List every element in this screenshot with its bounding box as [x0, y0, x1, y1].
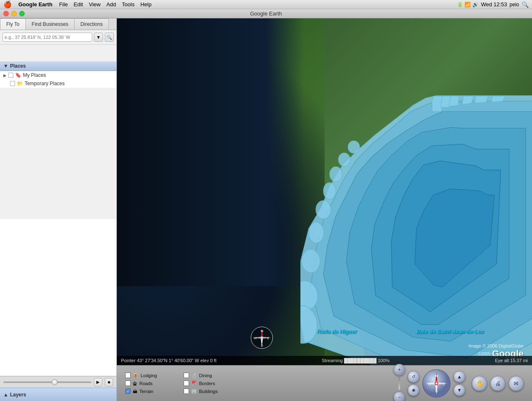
borders-label: Borders: [199, 381, 215, 386]
search-row: ▼ 🔍: [3, 33, 114, 42]
print-button[interactable]: 🖨: [490, 376, 505, 391]
svg-point-16: [309, 222, 324, 243]
dining-icon: 🍴: [191, 373, 197, 378]
main-container: Fly To Find Businesses Directions ▼ 🔍 ▼ …: [0, 18, 532, 401]
window-controls: [3, 11, 25, 16]
menu-help[interactable]: Help: [140, 1, 151, 8]
titlebar: Google Earth: [0, 9, 532, 18]
places-header[interactable]: ▼ Places: [0, 61, 116, 71]
map-compass: N S E W: [250, 326, 273, 351]
tab-fly-to[interactable]: Fly To: [0, 18, 26, 30]
pointer-coords: Pointer 43° 27'34.50"N 1° 40'60.00" W el…: [121, 358, 217, 363]
zoom-in-button[interactable]: +: [393, 364, 405, 376]
buildings-checkbox[interactable]: [184, 388, 189, 394]
places-section: ▼ Places ▶ 🔖 My Places 📁 Temporary Place…: [0, 61, 116, 219]
my-places-label: My Places: [23, 72, 46, 78]
tab-find-businesses[interactable]: Find Businesses: [25, 18, 75, 30]
my-places-checkbox[interactable]: [8, 73, 13, 78]
apple-logo[interactable]: 🍎: [3, 0, 12, 8]
layer-checkboxes: 🏨 Lodging 🍴 Dining 🛣 Roads: [125, 373, 234, 394]
temp-places-label: Temporary Places: [25, 81, 65, 86]
layer-dining: 🍴 Dining: [184, 373, 234, 378]
buildings-icon: 🏢: [191, 388, 197, 394]
svg-point-20: [338, 153, 350, 166]
svg-text:E: E: [267, 336, 269, 340]
window-title: Google Earth: [250, 10, 282, 17]
eye-altitude: Eye alt 15.37 mi: [495, 358, 528, 363]
far-right-controls: 🖐 🖨 ✉: [472, 376, 524, 391]
tilt-down-button[interactable]: ▼: [454, 384, 465, 396]
temp-places-checkbox[interactable]: [10, 81, 15, 86]
svg-text:W: W: [428, 382, 431, 386]
folder-icon: 📁: [17, 81, 23, 86]
terrain-icon: 🏔: [133, 389, 137, 394]
bookmark-icon: 🔖: [15, 72, 21, 78]
email-button[interactable]: ✉: [509, 376, 524, 391]
minimize-button[interactable]: [11, 11, 17, 16]
layer-borders: 🚩 Borders: [184, 381, 234, 386]
map-area[interactable]: Rada de Higuer Baie de Saint-Jean-de-Luz…: [117, 18, 532, 401]
lodging-icon: 🏨: [133, 373, 139, 378]
lodging-label: Lodging: [141, 373, 157, 378]
zoom-slider-track[interactable]: [398, 377, 400, 390]
tab-directions[interactable]: Directions: [74, 18, 109, 30]
search-input[interactable]: [3, 33, 92, 42]
menu-file[interactable]: File: [59, 1, 68, 8]
nav-right-controls: ▲ ▼: [454, 371, 465, 396]
pan-tool-button[interactable]: 🖐: [472, 376, 487, 391]
search-dropdown-button[interactable]: ▼: [94, 33, 103, 42]
buildings-label: Buildings: [199, 389, 218, 394]
app-name: Google Earth: [18, 1, 53, 8]
terrain-checkbox[interactable]: ✓: [125, 388, 131, 394]
clock: Wed 12:53: [481, 1, 507, 8]
roads-checkbox[interactable]: [125, 381, 131, 386]
layer-row-1: 🏨 Lodging 🍴 Dining: [125, 373, 234, 378]
tilt-up-button[interactable]: ▲: [454, 371, 465, 383]
sidebar-spacer: [0, 219, 116, 376]
dining-label: Dining: [199, 373, 212, 378]
svg-text:N: N: [261, 329, 263, 333]
lodging-checkbox[interactable]: [125, 373, 131, 378]
search-results-area: [0, 45, 116, 61]
places-expand-arrow: ▼: [3, 63, 8, 69]
expand-arrow: ▶: [3, 73, 7, 78]
layers-expand-arrow: ▲: [3, 392, 8, 398]
sidebar: Fly To Find Businesses Directions ▼ 🔍 ▼ …: [0, 18, 117, 401]
tilt-reset-button[interactable]: ↺: [408, 371, 419, 383]
tree-item-temp-places[interactable]: 📁 Temporary Places: [0, 79, 116, 88]
layer-row-2: 🛣 Roads 🚩 Borders: [125, 381, 234, 386]
menu-add[interactable]: Add: [106, 1, 116, 8]
svg-text:W: W: [254, 336, 257, 340]
menu-edit[interactable]: Edit: [74, 1, 83, 8]
layers-section[interactable]: ▲ Layers: [0, 388, 116, 401]
tree-item-my-places[interactable]: ▶ 🔖 My Places: [0, 71, 116, 79]
layer-roads: 🛣 Roads: [125, 381, 175, 386]
copyright-text: Image © 2006 DigitalGlobe: [469, 343, 524, 348]
spotlight-icon[interactable]: 🔍: [522, 1, 529, 8]
roads-icon: 🛣: [133, 381, 137, 386]
svg-text:N: N: [435, 374, 438, 378]
top-right-nav: 🖐 🖨 ✉: [472, 376, 524, 391]
dining-checkbox[interactable]: [184, 373, 189, 378]
opacity-slider[interactable]: [3, 381, 91, 383]
menu-items: File Edit View Add Tools Help: [59, 1, 152, 8]
right-icons: 🔋 📶 🔊 Wed 12:53 peio 🔍: [457, 1, 529, 8]
svg-marker-8: [432, 96, 442, 112]
search-go-button[interactable]: 🔍: [105, 33, 114, 42]
slider-thumb[interactable]: [52, 379, 58, 385]
svg-point-19: [330, 167, 342, 182]
compass-rose[interactable]: N S E W: [422, 369, 451, 398]
borders-checkbox[interactable]: [184, 381, 189, 386]
play-button[interactable]: ▶: [94, 378, 102, 386]
terrain-label: Terrain: [139, 389, 154, 394]
menu-view[interactable]: View: [89, 1, 101, 8]
zoom-controls: + −: [393, 364, 405, 401]
close-button[interactable]: [3, 11, 9, 16]
look-around-button[interactable]: ◉: [408, 384, 419, 396]
roads-label: Roads: [139, 381, 153, 386]
stop-button[interactable]: ■: [105, 378, 113, 386]
maximize-button[interactable]: [19, 11, 25, 16]
menu-tools[interactable]: Tools: [122, 1, 134, 8]
menubar: 🍎 Google Earth File Edit View Add Tools …: [0, 0, 532, 9]
zoom-out-button[interactable]: −: [393, 391, 405, 401]
